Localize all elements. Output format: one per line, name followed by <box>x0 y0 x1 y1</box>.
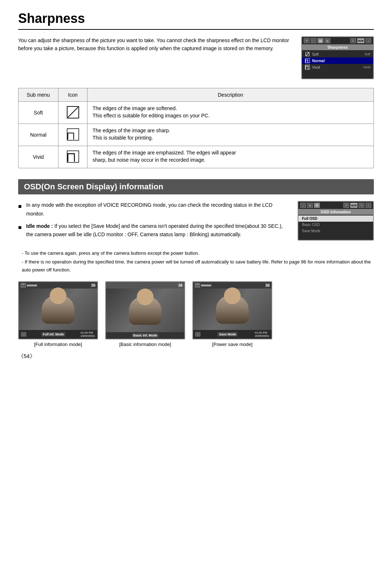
ss-person-silhouette <box>42 295 74 324</box>
osd-lcd-nor: NOR <box>350 203 358 208</box>
ss-basic-topbar: 38 <box>106 282 184 289</box>
screenshot-save-mode: 📷 38 ✕ Z 4A 5M ⊞ <box>192 281 272 347</box>
ss-person-basic <box>129 296 162 325</box>
ss-datetime-save: 01:00 PM 2005/05/01 <box>255 331 269 338</box>
ss-save-body <box>193 289 271 330</box>
vivid-lcd-icon <box>305 65 310 70</box>
osd-bullet2: ■ Idle mode : If you select the [Save Mo… <box>18 222 287 239</box>
caption-basic: [Basic information mode] <box>119 342 171 347</box>
table-row: Vivid The edges of the image are emphasi… <box>19 146 374 168</box>
icon-soft <box>58 102 87 124</box>
svg-rect-0 <box>305 59 310 63</box>
lcd-item-vivid: Vivid Vivid <box>302 64 373 71</box>
sharpness-intro-text: You can adjust the sharpness of the pict… <box>18 36 290 53</box>
ss-basic-count: 38 <box>178 283 183 287</box>
save-mode-screenshot: 📷 38 ✕ Z 4A 5M ⊞ <box>192 281 272 339</box>
ss-save-count: 38 <box>265 283 270 287</box>
submenu-vivid: Vivid <box>19 146 58 168</box>
basic-info-screenshot: 38 Basic Inf. Mode <box>105 281 185 339</box>
ss-full-count: 38 <box>91 283 95 287</box>
submenu-normal: Normal <box>19 124 58 146</box>
lcd-icon-grid: ⊞ <box>304 38 310 43</box>
ss-basic-bottombar: Basic Inf. Mode <box>106 332 184 339</box>
lcd-icon-landscape: ▤ <box>318 38 323 43</box>
osd-lcd-item-basic: Basic OSD <box>298 222 373 228</box>
caption-save: [Power save mode] <box>212 342 252 347</box>
screenshot-row: 📷 38 ✕ Z 4A 5M ⊞ <box>18 281 374 347</box>
ss-battery-bar1 <box>27 285 37 286</box>
lcd-empty-space <box>302 71 373 78</box>
osd-lcd-icon-1: □ <box>300 203 306 208</box>
osd-lcd-empty <box>298 234 373 239</box>
desc-vivid: The edges of the image are emphasized. T… <box>87 146 374 168</box>
osd-section-title: OSD(On Screen Display) information <box>18 179 374 194</box>
soft-table-icon <box>66 106 79 119</box>
osd-intro-section: ■ In any mode with the exception of VOIC… <box>18 201 374 243</box>
osd-notes: - To use the camera again, press any of … <box>18 249 374 274</box>
osd-lcd-mockup: □ ■ ▤ ⊡ NOR ✎ ▪ OSD Infomation Full OSD … <box>298 201 374 241</box>
full-info-screenshot: 📷 38 ✕ Z 4A 5M ⊞ <box>18 281 98 339</box>
osd-lcd-icon-battery: ▪ <box>366 203 371 208</box>
normal-lcd-icon <box>305 58 310 63</box>
osd-lcd-menu: Full OSD Basic OSD Save Mode <box>298 215 373 240</box>
svg-rect-4 <box>67 129 79 140</box>
ss-save-bottombar: □ Save Mode 01:00 PM 2005/05/01 <box>193 330 271 339</box>
ss-bottom-icon1: □ <box>21 332 26 337</box>
page-title: Sharpness <box>18 11 374 30</box>
lcd-item-soft: Soft Soft <box>302 51 373 57</box>
osd-bullet1: ■ In any mode with the exception of VOIC… <box>18 201 287 218</box>
ss-mode-label-full: Full Inf. Mode <box>41 332 65 337</box>
ss-full-bottombar: □ Full Inf. Mode 01:00 PM 2005/05/01 <box>19 330 97 339</box>
lcd-icon-portrait: ▥ <box>324 38 330 43</box>
osd-lcd-topbar: □ ■ ▤ ⊡ NOR ✎ ▪ <box>298 202 373 209</box>
screenshot-basic-info: 38 Basic Inf. Mode [Basic information mo… <box>105 281 185 347</box>
table-header-description: Description <box>87 88 374 102</box>
ss-mode-label-save: Save Mode <box>217 332 237 337</box>
osd-lcd-top-icons-right: ⊡ NOR ✎ ▪ <box>343 203 371 208</box>
ss-basic-body <box>106 289 184 332</box>
ss-person-save <box>216 295 249 324</box>
lcd-nor-badge: NOR <box>357 38 364 43</box>
osd-lcd-icon-2: ■ <box>307 203 313 208</box>
submenu-soft: Soft <box>19 102 58 124</box>
sharpness-intro-section: You can adjust the sharpness of the pict… <box>18 36 374 79</box>
soft-lcd-icon <box>305 52 310 57</box>
ss-full-topbar-left: 📷 <box>21 283 37 287</box>
desc-soft: The edges of the image are softened. Thi… <box>87 102 374 124</box>
lcd-icon-square: □ <box>311 38 317 43</box>
icon-vivid <box>58 146 87 168</box>
ss-mode-label-basic: Basic Inf. Mode <box>132 333 159 338</box>
svg-rect-1 <box>305 65 310 69</box>
ss-icon-camera: 📷 <box>21 283 26 287</box>
lcd-topbar: ⊞ □ ▤ ▥ ⊡ NOR ▪ <box>302 37 373 44</box>
ss-save-battery-bar <box>201 285 211 286</box>
ss-save-bottom-icon1: □ <box>195 332 200 337</box>
osd-lcd-icon-3: ▤ <box>314 203 320 208</box>
table-row: Normal The edges of the image are sharp.… <box>19 124 374 146</box>
ss-full-body <box>19 289 97 330</box>
osd-lcd-icon-display: ⊡ <box>343 203 349 208</box>
lcd-top-icons-right: ⊡ NOR ▪ <box>350 38 371 43</box>
osd-lcd-icon-pencil: ✎ <box>359 203 364 208</box>
screenshot-full-info: 📷 38 ✕ Z 4A 5M ⊞ <box>18 281 98 347</box>
lcd-icon-battery: ▪ <box>366 38 371 43</box>
ss-bottom-left-icons: □ <box>21 332 26 337</box>
ss-save-icon-camera: 📷 <box>195 283 200 287</box>
desc-normal: The edges of the image are sharp. This i… <box>87 124 374 146</box>
ss-save-bottom-left: □ <box>195 332 200 337</box>
osd-lcd-item-save: Save Mode <box>298 228 373 234</box>
osd-lcd-item-full: Full OSD <box>298 216 373 222</box>
lcd-item-normal: Normal <box>302 57 373 64</box>
osd-lcd-top-icons: □ ■ ▤ <box>300 203 320 208</box>
svg-rect-5 <box>67 151 79 162</box>
vivid-table-icon <box>66 150 79 163</box>
ss-save-topbar-left: 📷 <box>195 283 211 287</box>
normal-table-icon <box>66 128 79 141</box>
osd-text: ■ In any mode with the exception of VOIC… <box>18 201 287 243</box>
sharpness-table: Sub menu Icon Description Soft The edges… <box>18 88 374 168</box>
icon-normal <box>58 124 87 146</box>
lcd-sharpness-title: Sharpness <box>302 44 373 50</box>
table-row: Soft The edges of the image are softened… <box>19 102 374 124</box>
page-number: 《54》 <box>18 353 374 360</box>
ss-datetime-full: 01:00 PM 2005/05/01 <box>81 331 95 338</box>
